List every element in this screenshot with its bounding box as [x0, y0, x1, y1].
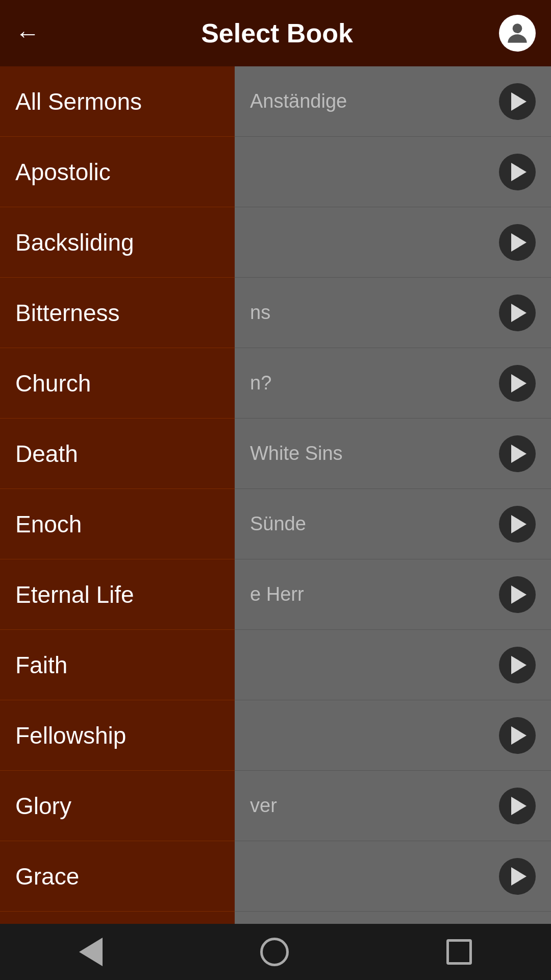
play-icon: [511, 515, 527, 533]
nav-home-button[interactable]: [260, 938, 289, 966]
content-area: All Sermons Apostolic Backsliding Bitter…: [0, 66, 551, 939]
sermon-item: Anständige: [235, 66, 551, 137]
book-item-apostolic[interactable]: Apostolic: [0, 137, 235, 207]
back-button[interactable]: ←: [15, 19, 40, 47]
play-icon: [511, 797, 527, 815]
play-button[interactable]: [499, 224, 536, 261]
play-button[interactable]: [499, 154, 536, 190]
sermon-item: [235, 207, 551, 278]
book-item-glory[interactable]: Glory: [0, 771, 235, 841]
sermon-item: White Sins: [235, 419, 551, 489]
book-item-label: Enoch: [15, 510, 82, 538]
sermon-title: e Herr: [250, 583, 491, 605]
sermon-item: Sünde: [235, 489, 551, 559]
nav-back-button[interactable]: [79, 938, 103, 966]
book-item-label: Faith: [15, 651, 67, 679]
page-title: Select Book: [55, 18, 499, 48]
play-icon: [511, 92, 527, 111]
sermon-list: Anständige ns n?: [235, 66, 551, 939]
play-button[interactable]: [499, 365, 536, 402]
book-item-backsliding[interactable]: Backsliding: [0, 207, 235, 278]
book-list: All Sermons Apostolic Backsliding Bitter…: [0, 66, 235, 939]
play-button[interactable]: [499, 435, 536, 472]
book-item-fellowship[interactable]: Fellowship: [0, 700, 235, 771]
book-item-label: Glory: [15, 792, 71, 820]
sermon-title: Anständige: [250, 90, 491, 112]
play-button[interactable]: [499, 788, 536, 824]
book-item-eternal-life[interactable]: Eternal Life: [0, 559, 235, 630]
book-item-death[interactable]: Death: [0, 419, 235, 489]
play-icon: [511, 726, 527, 745]
book-item-all-sermons[interactable]: All Sermons: [0, 66, 235, 137]
sermon-item: [235, 137, 551, 207]
book-item-church[interactable]: Church: [0, 348, 235, 419]
play-button[interactable]: [499, 647, 536, 683]
sermon-item: [235, 841, 551, 912]
book-item-label: Eternal Life: [15, 581, 134, 608]
book-item-label: All Sermons: [15, 88, 142, 115]
sermon-item: ns: [235, 278, 551, 348]
sermon-item: ver: [235, 771, 551, 841]
book-item-label: Church: [15, 370, 91, 397]
sermon-item: [235, 630, 551, 700]
back-nav-icon: [79, 938, 103, 966]
recent-nav-icon: [446, 939, 472, 965]
play-icon: [511, 867, 527, 886]
play-button[interactable]: [499, 295, 536, 331]
play-button[interactable]: [499, 506, 536, 543]
book-item-label: Death: [15, 440, 78, 468]
play-icon: [511, 585, 527, 604]
sermon-title: ns: [250, 302, 491, 324]
sermon-title: ver: [250, 795, 491, 817]
svg-point-0: [513, 23, 522, 33]
play-icon: [511, 163, 527, 181]
play-icon: [511, 374, 527, 393]
play-button[interactable]: [499, 576, 536, 613]
book-item-faith[interactable]: Faith: [0, 630, 235, 700]
sermon-title: n?: [250, 372, 491, 394]
sermon-title: Sünde: [250, 513, 491, 535]
nav-bar: [0, 924, 551, 980]
play-icon: [511, 445, 527, 463]
home-nav-icon: [260, 938, 289, 966]
book-item-label: Bitterness: [15, 299, 120, 327]
sermon-title: White Sins: [250, 443, 491, 464]
book-item-label: Backsliding: [15, 229, 134, 256]
header: ← Select Book: [0, 0, 551, 66]
nav-recent-button[interactable]: [446, 939, 472, 965]
play-button[interactable]: [499, 717, 536, 754]
book-item-label: Apostolic: [15, 158, 111, 186]
book-item-enoch[interactable]: Enoch: [0, 489, 235, 559]
sermon-item: [235, 700, 551, 771]
play-button[interactable]: [499, 83, 536, 120]
play-icon: [511, 304, 527, 322]
play-button[interactable]: [499, 858, 536, 895]
play-icon: [511, 656, 527, 674]
sermon-item: e Herr: [235, 559, 551, 630]
play-icon: [511, 233, 527, 252]
user-avatar-button[interactable]: [499, 15, 536, 52]
sermon-item: n?: [235, 348, 551, 419]
book-item-bitterness[interactable]: Bitterness: [0, 278, 235, 348]
book-item-label: Grace: [15, 863, 79, 890]
book-item-grace[interactable]: Grace: [0, 841, 235, 912]
book-item-label: Fellowship: [15, 722, 126, 749]
